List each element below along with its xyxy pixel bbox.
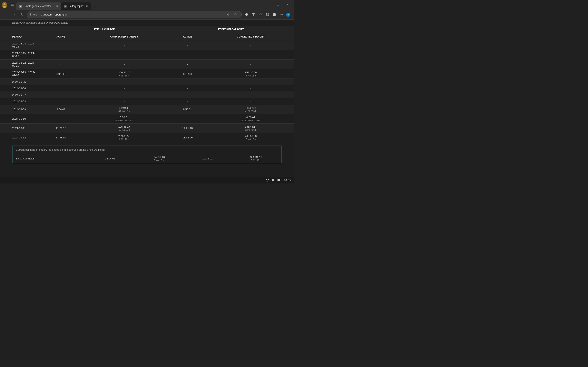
tab-2[interactable]: Battery report ✕ (61, 2, 91, 10)
col-period-label: PERIOD (0, 33, 41, 40)
tab-list-button[interactable] (9, 2, 16, 8)
collections-button[interactable] (264, 11, 271, 18)
estimate-fc-standby: 352:31:16 5 % / 16 h (133, 154, 184, 163)
address-bar-actions: ☆ (225, 11, 239, 18)
time-display: 09:43 (284, 179, 291, 182)
refresh-button[interactable]: ↻ (19, 11, 25, 18)
svg-rect-9 (65, 5, 66, 6)
favorites-button[interactable]: ☆ (257, 11, 264, 18)
svg-rect-10 (65, 6, 66, 6)
row-fc-active: - (41, 40, 81, 50)
status-bar: 09:43 (0, 177, 294, 184)
row-fc-standby: 269:08:586 % / 16 h (81, 133, 167, 142)
table-row: 2024-08-22 - 2024-08-29---- (0, 59, 294, 69)
row-dc-standby: - (208, 40, 294, 50)
row-dc-active: 9:56:01 (167, 105, 208, 114)
page-content[interactable]: Battery life estimates based on observed… (0, 20, 294, 177)
row-dc-active: - (167, 98, 208, 105)
split-screen-button[interactable] (250, 11, 257, 18)
toolbar-actions: ☆ ⋯ (243, 11, 292, 18)
row-fc-active: - (41, 50, 81, 59)
address-separator: | (39, 13, 39, 16)
row-fc-standby: - (81, 50, 167, 59)
table-row: 2024-09-07---- (0, 92, 294, 98)
col-fc-standby: CONNECTED STANDBY (81, 33, 167, 40)
tab-2-close[interactable]: ✕ (85, 4, 89, 8)
table-row: 2024-09-10-0:00:015760000 % / 16 h-0:00:… (0, 114, 294, 124)
profile-avatar[interactable] (2, 2, 7, 8)
svg-rect-3 (11, 4, 14, 4)
table-row: 2024-09-099:56:0138:49:4841 % / 16 h9:56… (0, 105, 294, 114)
forward-button[interactable]: → (11, 11, 17, 18)
new-tab-button[interactable]: + (92, 4, 98, 10)
address-bar[interactable]: ℹ File | C:/battery_report.html ☆ (27, 11, 242, 18)
col-period (0, 26, 41, 33)
row-fc-standby: - (81, 98, 167, 105)
row-fc-standby: 356:31:164 % / 16 h (81, 69, 167, 79)
table-row: 2024-09-1213:58:56269:08:586 % / 16 h13:… (0, 133, 294, 142)
row-fc-active: 11:21:10 (41, 124, 81, 133)
row-period: 2024-09-11 (0, 124, 41, 133)
estimate-box: Current estimate of battery life based o… (12, 146, 282, 163)
window-controls: — ❐ ✕ (263, 2, 292, 8)
col-group-design-capacity: AT DESIGN CAPACITY (167, 26, 294, 33)
svg-rect-5 (11, 6, 14, 6)
row-fc-active: 9:56:01 (41, 105, 81, 114)
row-dc-standby: 357:10:094 % / 16 h (208, 69, 294, 79)
row-period: 2024-08-15 - 2024-08-22 (0, 50, 41, 59)
row-dc-active: - (167, 85, 208, 92)
estimate-period: Since OS install (12, 154, 87, 163)
row-fc-active: 13:58:56 (41, 133, 81, 142)
tab-1[interactable]: M How to generate a Battery r... ✕ (16, 2, 61, 10)
row-dc-active: - (167, 50, 208, 59)
row-dc-standby: 135:45:1712 % / 16 h (208, 124, 294, 133)
row-dc-standby: 269:08:586 % / 16 h (208, 133, 294, 142)
tab-2-label: Battery report (69, 5, 84, 8)
table-row: 2024-09-06---- (0, 85, 294, 92)
row-fc-active: - (41, 79, 81, 85)
back-button[interactable]: ← (2, 11, 9, 18)
minimize-button[interactable]: — (263, 2, 273, 8)
copilot-button[interactable] (285, 11, 292, 18)
svg-rect-4 (11, 5, 14, 5)
row-dc-standby: - (208, 98, 294, 105)
address-url: C:/battery_report.html (41, 13, 224, 16)
title-bar: M How to generate a Battery r... ✕ Batte… (0, 0, 294, 10)
row-dc-standby: 0:00:015760000 % / 16 h (208, 114, 294, 124)
row-fc-standby: 38:49:4841 % / 16 h (81, 105, 167, 114)
close-button[interactable]: ✕ (283, 2, 292, 8)
table-row: 2024-08-08 - 2024-08-15---- (0, 40, 294, 50)
favorite-button[interactable]: ☆ (232, 11, 239, 18)
row-fc-active: - (41, 59, 81, 69)
row-period: 2024-09-05 (0, 79, 41, 85)
security-button[interactable] (271, 11, 278, 18)
row-fc-active: - (41, 114, 81, 124)
table-row: 2024-09-08---- (0, 98, 294, 105)
tab-1-favicon: M (19, 4, 22, 8)
row-dc-standby: - (208, 50, 294, 59)
row-dc-standby: - (208, 85, 294, 92)
row-period: 2024-08-22 - 2024-08-29 (0, 59, 41, 69)
extensions-button[interactable] (243, 11, 250, 18)
row-dc-active: 8:12:38 (167, 69, 208, 79)
row-dc-active: 11:21:10 (167, 124, 208, 133)
address-bar-row: ← → ↻ ℹ File | C:/battery_report.html ☆ (0, 10, 294, 20)
more-button[interactable]: ⋯ (278, 11, 285, 18)
estimate-fc-active: 12:04:01 (87, 154, 133, 163)
info-icon: ℹ (30, 13, 31, 16)
row-dc-active: - (167, 92, 208, 98)
row-period: 2024-09-12 (0, 133, 41, 142)
row-dc-active: - (167, 114, 208, 124)
speaker-icon (272, 178, 275, 182)
col-dc-active: ACTIVE (167, 33, 208, 40)
table-row: 2024-08-29 - 2024-09-058:11:45356:31:164… (0, 69, 294, 79)
estimate-dc-standby: 352:31:16 5 % / 16 h (231, 154, 282, 163)
tab-1-close[interactable]: ✕ (55, 4, 59, 8)
read-aloud-button[interactable] (225, 11, 232, 18)
table-row: 2024-09-1111:21:10135:45:1712 % / 16 h11… (0, 124, 294, 133)
table-row: 2024-08-15 - 2024-08-22---- (0, 50, 294, 59)
row-fc-standby: - (81, 85, 167, 92)
wifi-icon (266, 179, 269, 182)
restore-button[interactable]: ❐ (273, 2, 283, 8)
estimate-row: Since OS install 12:04:01 352:31:16 5 % … (12, 154, 282, 163)
